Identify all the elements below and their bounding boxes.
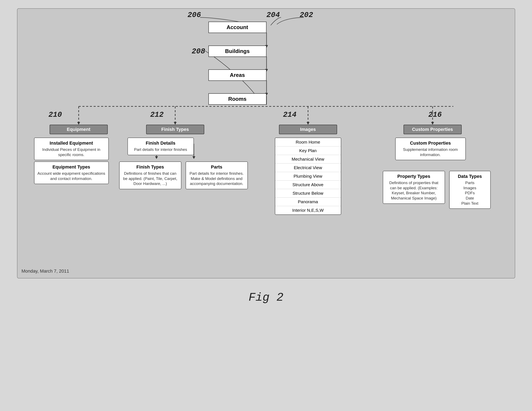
ref-202: 202 — [300, 11, 313, 19]
image-item-panorama: Panorama — [275, 198, 341, 206]
finish-types-sub-title: Finish Types — [122, 164, 179, 170]
ref-204: 204 — [266, 11, 280, 19]
ref-214: 214 — [283, 110, 297, 119]
image-item-room-home: Room Home — [275, 138, 341, 147]
data-types-pdfs: PDFs — [452, 191, 488, 196]
date-label: Monday, March 7, 2011 — [22, 268, 69, 274]
finish-details-text: Part details for interior finishes — [130, 147, 191, 152]
custom-properties-sub-title: Custom Properties — [398, 140, 463, 146]
image-item-structure-above: Structure Above — [275, 181, 341, 189]
svg-marker-14 — [431, 122, 434, 125]
ref-216: 216 — [428, 110, 442, 119]
account-box: Account — [209, 22, 266, 33]
figure-caption: Fig 2 — [8, 291, 524, 304]
parts-title: Parts — [189, 164, 245, 170]
finish-details-title: Finish Details — [130, 140, 191, 146]
parts-box: Parts Part details for interior finishes… — [186, 161, 248, 189]
image-item-interior: Interior N,E,S,W — [275, 206, 341, 215]
custom-properties-box: Custom Properties Supplemental informati… — [395, 137, 466, 160]
image-item-key-plan: Key Plan — [275, 147, 341, 155]
data-types-date: Date — [452, 196, 488, 201]
equipment-label: Equipment — [50, 125, 108, 134]
installed-equipment-text: Individual Pieces of Equipment in specif… — [37, 147, 106, 157]
image-item-electrical-view: Electrical View — [275, 164, 341, 172]
data-types-plain-text: Plain Text — [452, 201, 488, 206]
svg-marker-8 — [77, 122, 80, 125]
parts-text: Part details for interior finishes. Make… — [189, 171, 245, 186]
installed-equipment-title: Installed Equipment — [37, 140, 106, 146]
svg-marker-10 — [174, 122, 177, 125]
data-types-box: Data Types Parts Images PDFs Date Plain … — [449, 171, 491, 209]
equipment-types-box: Equipment Types Account wide equipment s… — [34, 161, 109, 184]
ref-212: 212 — [150, 110, 164, 119]
custom-properties-label: Custom Properties — [404, 125, 462, 134]
data-types-title: Data Types — [452, 174, 488, 179]
rooms-box: Rooms — [209, 93, 266, 105]
diagram-area: 206 204 202 208 210 212 214 216 Account … — [17, 8, 515, 278]
image-item-mechanical-view: Mechanical View — [275, 155, 341, 164]
equipment-types-text: Account wide equipment specifications an… — [37, 171, 106, 181]
property-types-box: Property Types Definitions of properties… — [383, 171, 445, 204]
data-types-parts: Parts — [452, 180, 488, 186]
image-item-structure-below: Structure Below — [275, 189, 341, 198]
page: 206 204 202 208 210 212 214 216 Account … — [0, 0, 532, 411]
images-list-box: Room Home Key Plan Mechanical View Elect… — [275, 137, 341, 215]
property-types-title: Property Types — [386, 174, 442, 179]
equipment-types-title: Equipment Types — [37, 164, 106, 170]
installed-equipment-box: Installed Equipment Individual Pieces of… — [34, 137, 109, 160]
data-types-images: Images — [452, 186, 488, 191]
areas-box: Areas — [209, 69, 266, 81]
property-types-text: Definitions of properties that can be ap… — [386, 180, 442, 201]
svg-marker-21 — [192, 156, 195, 159]
ref-210: 210 — [48, 110, 62, 119]
finish-types-box: Finish Types Definitions of finishes tha… — [119, 161, 181, 189]
ref-208: 208 — [192, 47, 205, 56]
finish-types-sub-text: Definitions of finishes that can be appl… — [122, 171, 179, 186]
images-label: Images — [279, 125, 337, 134]
svg-marker-12 — [307, 122, 310, 125]
buildings-box: Buildings — [209, 46, 266, 57]
custom-properties-sub-text: Supplemental information room informatio… — [398, 147, 463, 157]
finish-types-label: Finish Types — [146, 125, 204, 134]
svg-marker-19 — [155, 156, 158, 159]
image-item-plumbing-view: Plumbing View — [275, 172, 341, 181]
finish-details-box: Finish Details Part details for interior… — [127, 137, 194, 155]
ref-206: 206 — [188, 11, 201, 19]
